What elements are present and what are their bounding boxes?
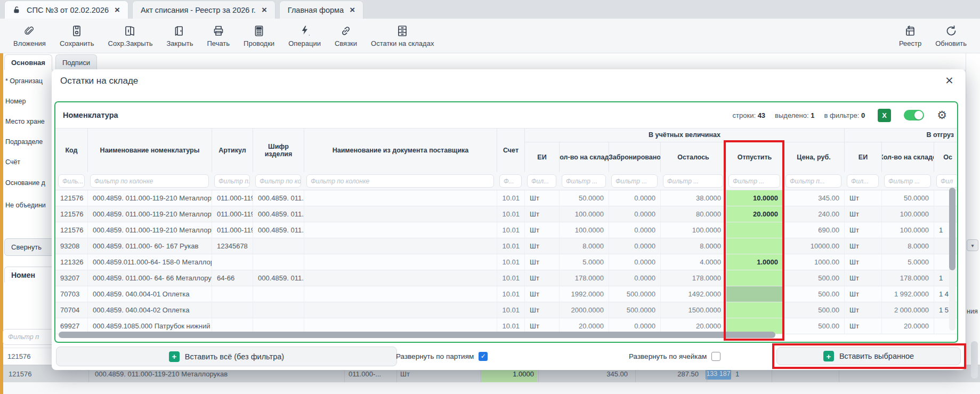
otpustit-cell[interactable]	[726, 238, 783, 254]
table-cell: 64-66	[212, 270, 253, 286]
column-filter-input-1[interactable]: Филь...	[58, 174, 85, 188]
otpustit-cell[interactable]: 20.0000	[726, 206, 783, 222]
table-cell	[253, 286, 304, 302]
tab-podpisi[interactable]: Подписи	[55, 54, 97, 70]
horizontal-scrollbar[interactable]	[55, 332, 957, 339]
background-table-row[interactable]: 121576	[3, 348, 52, 365]
tab-close-icon[interactable]: ×	[115, 5, 120, 14]
column-filter-input-10[interactable]: Фильтр ...	[663, 174, 723, 188]
column-filter-input-15[interactable]: Фил	[936, 174, 958, 188]
toolbar-button-операции[interactable]: Операции	[281, 20, 328, 52]
column-header-14[interactable]: Кол-во на складе	[881, 142, 934, 172]
column-filter-input-3[interactable]: Фильтр п...	[214, 174, 250, 188]
toolbar-button-проводки[interactable]: Проводки	[237, 20, 281, 52]
toolbar-button-сохранить[interactable]: Сохранить	[53, 20, 101, 52]
column-filter-input-14[interactable]: Фильтр ...	[884, 174, 931, 188]
column-header-1[interactable]: Код	[55, 128, 87, 172]
otpustit-cell[interactable]: 1.0000	[726, 254, 783, 270]
table-cell: 011.000-119...	[212, 222, 253, 238]
otpustit-cell[interactable]	[726, 270, 783, 286]
gear-icon[interactable]: ⚙	[937, 110, 947, 121]
table-cell: 10.01	[497, 238, 524, 254]
table-row-4[interactable]: 93208000.4859. 011.000- 60- 167 Рукав123…	[55, 238, 958, 254]
column-filter-input-5[interactable]: Фильтр по колонке	[306, 174, 494, 188]
table-cell: Шт	[524, 270, 559, 286]
toolbar-button-сохр-закрыть[interactable]: Сохр.Закрыть	[101, 20, 160, 52]
table-cell: 000.4859. 040.004-01 Оплетка	[87, 286, 212, 302]
column-filter-input-7[interactable]: Фил...	[527, 174, 556, 188]
expand-by-batches-checkbox[interactable]: ✓	[479, 352, 488, 361]
column-header-9[interactable]: Забронировано	[609, 142, 660, 172]
column-filter-input-6[interactable]: Ф...	[499, 174, 522, 188]
column-filter-input-12[interactable]: Фильтр п...	[785, 174, 841, 188]
toolbar-button-закрыть[interactable]: Закрыть	[159, 20, 200, 52]
tab-close-icon[interactable]: ×	[350, 5, 355, 14]
table-cell: 10.01	[497, 190, 524, 206]
background-filter-input[interactable]: Фильтр п	[3, 329, 59, 345]
column-header-6[interactable]: Счет	[497, 128, 524, 172]
table-cell: 178.0000	[559, 270, 609, 286]
table-row-8[interactable]: 70704000.4859. 040.004-02 Оплетка10.01Шт…	[55, 302, 958, 318]
table-row-6[interactable]: 93207000.4859. 011.000- 64- 66 Металлору…	[55, 270, 958, 286]
table-cell: 500.0000	[609, 286, 660, 302]
excel-export-icon[interactable]: X	[878, 109, 891, 122]
column-header-12[interactable]: Цена, руб.	[783, 142, 844, 172]
tab-osnovnaya[interactable]: Основная	[4, 54, 52, 70]
toolbar-button-остатки-на-складах[interactable]: Остатки на складах	[364, 20, 441, 52]
otpustit-cell[interactable]	[726, 222, 783, 238]
background-empty-area	[3, 382, 980, 394]
toolbar-button-печать[interactable]: Печать	[200, 20, 237, 52]
toolbar-button-связки[interactable]: Связки	[328, 20, 364, 52]
window-tab-bar: СПС №3 от 02.02.2026×Акт списания - Реес…	[0, 0, 980, 19]
table-row-7[interactable]: 70703000.4859. 040.004-01 Оплетка10.01Шт…	[55, 286, 958, 302]
window-tab-1[interactable]: СПС №3 от 02.02.2026×	[4, 1, 128, 19]
table-row-5[interactable]: 121326000.4859.011.000-64- 158-0 Металло…	[55, 254, 958, 270]
toolbar-button-обновить[interactable]: Обновить	[928, 20, 974, 52]
toolbar-button-реестр[interactable]: Реестр	[892, 20, 928, 52]
column-filter-input-8[interactable]: Фильтр ...	[562, 174, 606, 188]
tab-close-icon[interactable]: ×	[262, 5, 267, 14]
column-header-2[interactable]: Наименование номенклатуры	[87, 128, 212, 172]
otpustit-cell[interactable]	[726, 286, 783, 302]
printer-icon	[212, 25, 225, 37]
column-filter-input-9[interactable]: Фильтр ...	[611, 174, 658, 188]
table-cell: 500.0000	[609, 302, 660, 318]
close-icon[interactable]: ×	[945, 74, 954, 86]
panel-title: Номенклатура	[63, 111, 118, 119]
table-cell: 100.0000	[559, 222, 609, 238]
table-cell: 690.00	[783, 222, 844, 238]
column-filter-input-13[interactable]: Фил...	[847, 174, 879, 188]
vertical-scrollbar[interactable]	[949, 187, 955, 331]
column-header-4[interactable]: Шифр изделия	[253, 128, 304, 172]
column-filter-input-2[interactable]: Фильтр по колонке	[90, 174, 209, 188]
window-tab-3[interactable]: Главная форма×	[279, 1, 363, 19]
filter-toggle[interactable]	[904, 110, 924, 120]
otpustit-cell[interactable]: 10.0000	[726, 190, 783, 206]
expand-by-cells-checkbox[interactable]	[711, 352, 720, 361]
column-filter-input-4[interactable]: Фильтр по ко...	[255, 174, 301, 188]
table-cell: Шт	[524, 254, 559, 270]
insert-selected-button[interactable]: + Вставить выбранное	[776, 347, 961, 365]
column-header-5[interactable]: Наименование из документа поставщика	[304, 128, 497, 172]
table-cell: 000.4859. 011.000-119-210 Металлорукав	[87, 206, 212, 222]
table-cell: 0.0000	[609, 238, 660, 254]
column-header-15[interactable]: Ос	[934, 142, 958, 172]
column-header-7[interactable]: ЕИ	[524, 142, 559, 172]
column-header-10[interactable]: Осталось	[660, 142, 726, 172]
column-header-11[interactable]: Отпустить	[726, 142, 783, 172]
chevron-down-icon[interactable]: ▾	[967, 239, 978, 251]
column-header-13[interactable]: ЕИ	[844, 142, 881, 172]
toolbar-button-вложения[interactable]: Вложения	[6, 20, 53, 52]
otpustit-cell[interactable]	[726, 302, 783, 318]
table-cell: 10.01	[497, 222, 524, 238]
table-row-3[interactable]: 121576000.4859. 011.000-119-210 Металлор…	[55, 222, 958, 238]
background-scrollbar[interactable]	[971, 341, 978, 379]
insert-all-button[interactable]: + Вставить всё (без фильтра)	[56, 347, 397, 366]
column-header-3[interactable]: Артикул	[212, 128, 253, 172]
window-tab-2[interactable]: Акт списания - Реестр за 2026 г.×	[132, 1, 276, 19]
column-header-8[interactable]: Кол-во на складе	[559, 142, 609, 172]
selected-count: 1	[811, 111, 814, 119]
table-row-2[interactable]: 121576000.4859. 011.000-119-210 Металлор…	[55, 206, 958, 222]
column-filter-input-11[interactable]: Фильтр ...	[728, 174, 780, 188]
table-row-1[interactable]: 121576000.4859. 011.000-119-210 Металлор…	[55, 190, 958, 206]
